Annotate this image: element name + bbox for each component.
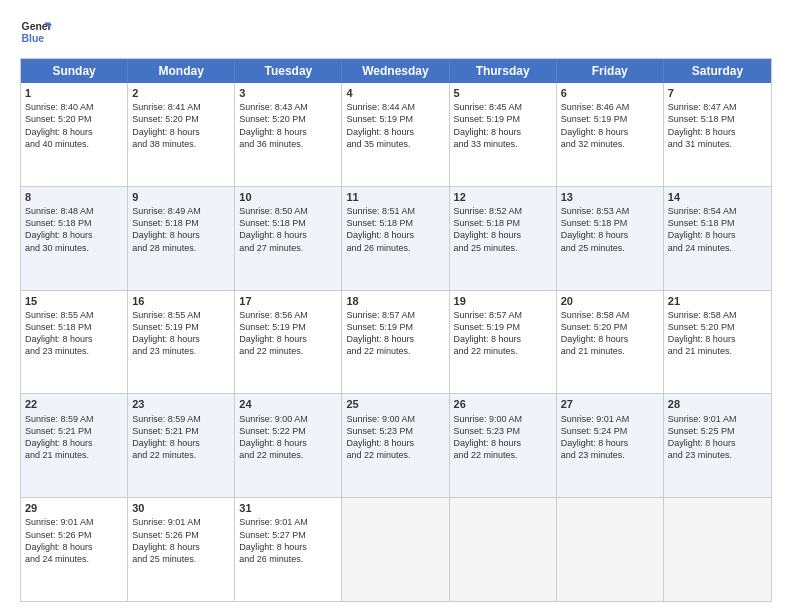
day-number: 19 bbox=[454, 294, 552, 308]
cell-info: Sunrise: 8:55 AMSunset: 5:18 PMDaylight:… bbox=[25, 309, 123, 358]
weekday-header-wednesday: Wednesday bbox=[342, 59, 449, 83]
day-number: 3 bbox=[239, 86, 337, 100]
calendar-cell: 28Sunrise: 9:01 AMSunset: 5:25 PMDayligh… bbox=[664, 394, 771, 497]
calendar-row-1: 1Sunrise: 8:40 AMSunset: 5:20 PMDaylight… bbox=[21, 83, 771, 186]
day-number: 4 bbox=[346, 86, 444, 100]
logo: General Blue bbox=[20, 16, 52, 48]
day-number: 29 bbox=[25, 501, 123, 515]
cell-info: Sunrise: 9:01 AMSunset: 5:26 PMDaylight:… bbox=[132, 516, 230, 565]
svg-text:Blue: Blue bbox=[22, 33, 45, 44]
cell-info: Sunrise: 8:56 AMSunset: 5:19 PMDaylight:… bbox=[239, 309, 337, 358]
calendar-cell bbox=[450, 498, 557, 601]
cell-info: Sunrise: 8:59 AMSunset: 5:21 PMDaylight:… bbox=[132, 413, 230, 462]
calendar-cell: 27Sunrise: 9:01 AMSunset: 5:24 PMDayligh… bbox=[557, 394, 664, 497]
day-number: 27 bbox=[561, 397, 659, 411]
calendar-cell: 22Sunrise: 8:59 AMSunset: 5:21 PMDayligh… bbox=[21, 394, 128, 497]
cell-info: Sunrise: 8:51 AMSunset: 5:18 PMDaylight:… bbox=[346, 205, 444, 254]
calendar-cell bbox=[664, 498, 771, 601]
day-number: 26 bbox=[454, 397, 552, 411]
logo-icon: General Blue bbox=[20, 16, 52, 48]
calendar-row-2: 8Sunrise: 8:48 AMSunset: 5:18 PMDaylight… bbox=[21, 186, 771, 290]
cell-info: Sunrise: 8:57 AMSunset: 5:19 PMDaylight:… bbox=[346, 309, 444, 358]
day-number: 8 bbox=[25, 190, 123, 204]
cell-info: Sunrise: 9:00 AMSunset: 5:22 PMDaylight:… bbox=[239, 413, 337, 462]
header: General Blue bbox=[20, 16, 772, 48]
cell-info: Sunrise: 8:52 AMSunset: 5:18 PMDaylight:… bbox=[454, 205, 552, 254]
day-number: 11 bbox=[346, 190, 444, 204]
cell-info: Sunrise: 8:40 AMSunset: 5:20 PMDaylight:… bbox=[25, 101, 123, 150]
calendar-cell: 1Sunrise: 8:40 AMSunset: 5:20 PMDaylight… bbox=[21, 83, 128, 186]
calendar-cell: 3Sunrise: 8:43 AMSunset: 5:20 PMDaylight… bbox=[235, 83, 342, 186]
calendar-cell: 15Sunrise: 8:55 AMSunset: 5:18 PMDayligh… bbox=[21, 291, 128, 394]
cell-info: Sunrise: 9:01 AMSunset: 5:24 PMDaylight:… bbox=[561, 413, 659, 462]
day-number: 15 bbox=[25, 294, 123, 308]
calendar-cell bbox=[557, 498, 664, 601]
cell-info: Sunrise: 8:58 AMSunset: 5:20 PMDaylight:… bbox=[561, 309, 659, 358]
cell-info: Sunrise: 8:46 AMSunset: 5:19 PMDaylight:… bbox=[561, 101, 659, 150]
day-number: 16 bbox=[132, 294, 230, 308]
calendar-row-4: 22Sunrise: 8:59 AMSunset: 5:21 PMDayligh… bbox=[21, 393, 771, 497]
calendar-cell: 29Sunrise: 9:01 AMSunset: 5:26 PMDayligh… bbox=[21, 498, 128, 601]
day-number: 13 bbox=[561, 190, 659, 204]
day-number: 24 bbox=[239, 397, 337, 411]
cell-info: Sunrise: 8:58 AMSunset: 5:20 PMDaylight:… bbox=[668, 309, 767, 358]
calendar-cell: 2Sunrise: 8:41 AMSunset: 5:20 PMDaylight… bbox=[128, 83, 235, 186]
calendar-cell bbox=[342, 498, 449, 601]
day-number: 30 bbox=[132, 501, 230, 515]
cell-info: Sunrise: 8:49 AMSunset: 5:18 PMDaylight:… bbox=[132, 205, 230, 254]
cell-info: Sunrise: 8:41 AMSunset: 5:20 PMDaylight:… bbox=[132, 101, 230, 150]
day-number: 10 bbox=[239, 190, 337, 204]
calendar-cell: 23Sunrise: 8:59 AMSunset: 5:21 PMDayligh… bbox=[128, 394, 235, 497]
cell-info: Sunrise: 8:43 AMSunset: 5:20 PMDaylight:… bbox=[239, 101, 337, 150]
calendar-cell: 30Sunrise: 9:01 AMSunset: 5:26 PMDayligh… bbox=[128, 498, 235, 601]
calendar: SundayMondayTuesdayWednesdayThursdayFrid… bbox=[20, 58, 772, 602]
day-number: 5 bbox=[454, 86, 552, 100]
cell-info: Sunrise: 8:57 AMSunset: 5:19 PMDaylight:… bbox=[454, 309, 552, 358]
day-number: 12 bbox=[454, 190, 552, 204]
calendar-cell: 11Sunrise: 8:51 AMSunset: 5:18 PMDayligh… bbox=[342, 187, 449, 290]
cell-info: Sunrise: 8:59 AMSunset: 5:21 PMDaylight:… bbox=[25, 413, 123, 462]
day-number: 28 bbox=[668, 397, 767, 411]
weekday-header-monday: Monday bbox=[128, 59, 235, 83]
weekday-header-tuesday: Tuesday bbox=[235, 59, 342, 83]
weekday-header-sunday: Sunday bbox=[21, 59, 128, 83]
calendar-cell: 13Sunrise: 8:53 AMSunset: 5:18 PMDayligh… bbox=[557, 187, 664, 290]
cell-info: Sunrise: 8:44 AMSunset: 5:19 PMDaylight:… bbox=[346, 101, 444, 150]
day-number: 31 bbox=[239, 501, 337, 515]
day-number: 23 bbox=[132, 397, 230, 411]
cell-info: Sunrise: 8:54 AMSunset: 5:18 PMDaylight:… bbox=[668, 205, 767, 254]
calendar-cell: 31Sunrise: 9:01 AMSunset: 5:27 PMDayligh… bbox=[235, 498, 342, 601]
calendar-cell: 5Sunrise: 8:45 AMSunset: 5:19 PMDaylight… bbox=[450, 83, 557, 186]
day-number: 18 bbox=[346, 294, 444, 308]
cell-info: Sunrise: 9:00 AMSunset: 5:23 PMDaylight:… bbox=[346, 413, 444, 462]
cell-info: Sunrise: 8:55 AMSunset: 5:19 PMDaylight:… bbox=[132, 309, 230, 358]
day-number: 1 bbox=[25, 86, 123, 100]
cell-info: Sunrise: 8:47 AMSunset: 5:18 PMDaylight:… bbox=[668, 101, 767, 150]
page: General Blue SundayMondayTuesdayWednesda… bbox=[0, 0, 792, 612]
day-number: 2 bbox=[132, 86, 230, 100]
calendar-cell: 4Sunrise: 8:44 AMSunset: 5:19 PMDaylight… bbox=[342, 83, 449, 186]
calendar-cell: 18Sunrise: 8:57 AMSunset: 5:19 PMDayligh… bbox=[342, 291, 449, 394]
day-number: 22 bbox=[25, 397, 123, 411]
weekday-header-saturday: Saturday bbox=[664, 59, 771, 83]
calendar-cell: 6Sunrise: 8:46 AMSunset: 5:19 PMDaylight… bbox=[557, 83, 664, 186]
calendar-cell: 21Sunrise: 8:58 AMSunset: 5:20 PMDayligh… bbox=[664, 291, 771, 394]
cell-info: Sunrise: 9:01 AMSunset: 5:25 PMDaylight:… bbox=[668, 413, 767, 462]
calendar-cell: 16Sunrise: 8:55 AMSunset: 5:19 PMDayligh… bbox=[128, 291, 235, 394]
calendar-row-5: 29Sunrise: 9:01 AMSunset: 5:26 PMDayligh… bbox=[21, 497, 771, 601]
day-number: 20 bbox=[561, 294, 659, 308]
cell-info: Sunrise: 8:50 AMSunset: 5:18 PMDaylight:… bbox=[239, 205, 337, 254]
day-number: 6 bbox=[561, 86, 659, 100]
cell-info: Sunrise: 9:00 AMSunset: 5:23 PMDaylight:… bbox=[454, 413, 552, 462]
calendar-row-3: 15Sunrise: 8:55 AMSunset: 5:18 PMDayligh… bbox=[21, 290, 771, 394]
calendar-cell: 26Sunrise: 9:00 AMSunset: 5:23 PMDayligh… bbox=[450, 394, 557, 497]
calendar-cell: 20Sunrise: 8:58 AMSunset: 5:20 PMDayligh… bbox=[557, 291, 664, 394]
calendar-cell: 10Sunrise: 8:50 AMSunset: 5:18 PMDayligh… bbox=[235, 187, 342, 290]
calendar-cell: 24Sunrise: 9:00 AMSunset: 5:22 PMDayligh… bbox=[235, 394, 342, 497]
calendar-cell: 19Sunrise: 8:57 AMSunset: 5:19 PMDayligh… bbox=[450, 291, 557, 394]
calendar-header: SundayMondayTuesdayWednesdayThursdayFrid… bbox=[21, 59, 771, 83]
cell-info: Sunrise: 8:53 AMSunset: 5:18 PMDaylight:… bbox=[561, 205, 659, 254]
calendar-body: 1Sunrise: 8:40 AMSunset: 5:20 PMDaylight… bbox=[21, 83, 771, 601]
calendar-cell: 8Sunrise: 8:48 AMSunset: 5:18 PMDaylight… bbox=[21, 187, 128, 290]
cell-info: Sunrise: 9:01 AMSunset: 5:27 PMDaylight:… bbox=[239, 516, 337, 565]
